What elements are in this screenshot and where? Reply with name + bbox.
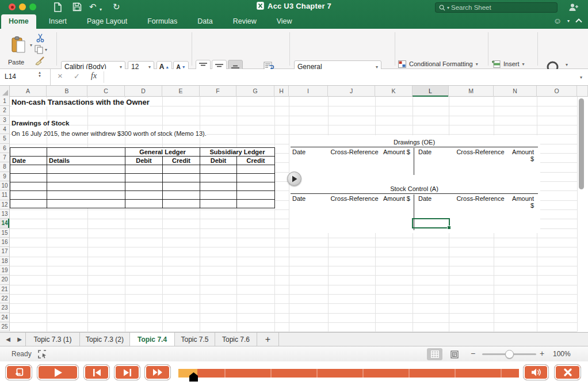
exit-button[interactable] [5, 364, 32, 380]
journal-cell[interactable] [200, 191, 237, 200]
row-header-16[interactable]: 16 [0, 238, 10, 247]
journal-cell[interactable] [10, 165, 47, 174]
journal-cell[interactable] [237, 174, 275, 182]
row-header-11[interactable]: 11 [0, 190, 10, 200]
search-scope-dropdown-icon[interactable]: ▾ [447, 5, 449, 10]
journal-cell[interactable] [200, 182, 237, 191]
row-header-9[interactable]: 9 [0, 172, 10, 181]
row-header-14[interactable]: 14 [0, 219, 10, 228]
paste-dropdown-icon[interactable]: ▾ [30, 43, 32, 48]
row-header-19[interactable]: 19 [0, 266, 10, 275]
insert-cells-button[interactable]: Insert ▾ [492, 59, 525, 68]
conditional-formatting-button[interactable]: Conditional Formatting ▾ [398, 59, 478, 68]
vertical-scrollbar-thumb[interactable] [579, 98, 584, 189]
next-button[interactable] [114, 364, 140, 380]
cancel-entry-button[interactable]: × [58, 71, 63, 81]
zoom-slider-thumb[interactable] [505, 350, 514, 359]
embedded-play-button[interactable] [287, 171, 301, 186]
zoom-slider-track[interactable] [482, 353, 536, 355]
journal-cell[interactable] [200, 174, 237, 182]
play-button[interactable] [37, 364, 79, 380]
column-header-H[interactable]: H [274, 86, 289, 97]
journal-cell[interactable] [125, 200, 163, 208]
ribbon-tab-home[interactable]: Home [1, 14, 36, 29]
row-header-5[interactable]: 5 [0, 134, 10, 143]
row-header-22[interactable]: 22 [0, 294, 10, 303]
column-header-J[interactable]: J [328, 86, 375, 97]
journal-cell[interactable] [237, 182, 275, 191]
volume-button[interactable] [523, 364, 549, 380]
sheet-tab-topic-7-5[interactable]: Topic 7.5 [175, 333, 215, 346]
row-header-6[interactable]: 6 [0, 144, 10, 153]
row-header-15[interactable]: 15 [0, 228, 10, 238]
column-header-F[interactable]: F [200, 86, 236, 97]
column-header-C[interactable]: C [87, 86, 125, 97]
previous-sheets-button[interactable]: ◀ [2, 333, 14, 346]
name-box[interactable]: L14 ▲ ▼ [0, 69, 51, 85]
column-header-K[interactable]: K [375, 86, 413, 97]
selected-cell-L14[interactable] [412, 218, 450, 228]
previous-button[interactable] [83, 364, 110, 380]
ribbon-tab-review[interactable]: Review [226, 14, 264, 29]
ribbon-tab-formulas[interactable]: Formulas [140, 14, 185, 29]
next-sheets-button[interactable]: ▶ [14, 333, 25, 346]
zoom-in-button[interactable]: + [540, 349, 544, 358]
column-header-G[interactable]: G [236, 86, 274, 97]
row-header-18[interactable]: 18 [0, 257, 10, 266]
sheet-grid[interactable]: ABCDEFGHIJKLMNO 123456789101112131415161… [0, 86, 588, 332]
journal-cell[interactable] [47, 182, 125, 191]
column-header-I[interactable]: I [289, 86, 328, 97]
normal-view-button[interactable] [427, 348, 442, 360]
row-header-17[interactable]: 17 [0, 247, 10, 256]
journal-cell[interactable] [125, 165, 163, 174]
journal-cell[interactable] [200, 200, 237, 208]
share-button[interactable] [568, 3, 579, 12]
row-header-7[interactable]: 7 [0, 153, 10, 162]
column-header-N[interactable]: N [494, 86, 537, 97]
column-header-E[interactable]: E [162, 86, 200, 97]
row-header-23[interactable]: 23 [0, 303, 10, 312]
search-input[interactable] [451, 4, 537, 11]
row-header-2[interactable]: 2 [0, 106, 10, 115]
journal-cell[interactable] [163, 200, 200, 208]
zoom-out-button[interactable]: − [471, 349, 475, 358]
column-header-B[interactable]: B [47, 86, 87, 97]
insert-function-button[interactable]: fx [91, 71, 97, 81]
journal-cell[interactable] [163, 182, 200, 191]
row-header-24[interactable]: 24 [0, 313, 10, 322]
row-header-10[interactable]: 10 [0, 181, 10, 190]
page-layout-view-button[interactable] [446, 348, 462, 360]
name-box-spinner[interactable]: ▲ ▼ [38, 71, 41, 78]
row-header-13[interactable]: 13 [0, 209, 10, 219]
collapse-ribbon-button[interactable] [575, 18, 582, 23]
journal-cell[interactable] [10, 200, 47, 208]
ribbon-tab-view[interactable]: View [269, 14, 300, 29]
column-header-D[interactable]: D [125, 86, 162, 97]
journal-cell[interactable] [125, 174, 163, 182]
sheet-tab-topic-7-3-1[interactable]: Topic 7.3 (1) [25, 333, 80, 346]
journal-cell[interactable] [10, 174, 47, 182]
journal-cell[interactable] [163, 174, 200, 182]
column-header-A[interactable]: A [10, 86, 47, 97]
journal-cell[interactable] [237, 165, 275, 174]
column-header-O[interactable]: O [537, 86, 577, 97]
journal-cell[interactable] [125, 191, 163, 200]
journal-cell[interactable] [47, 165, 125, 174]
search-sheet-box[interactable]: ▾ [435, 2, 558, 13]
journal-cell[interactable] [47, 174, 125, 182]
column-header-M[interactable]: M [449, 86, 494, 97]
journal-cell[interactable] [237, 200, 275, 208]
journal-cell[interactable] [237, 191, 275, 200]
row-header-20[interactable]: 20 [0, 275, 10, 284]
feedback-dropdown-icon[interactable]: ▾ [567, 18, 570, 24]
progress-bar[interactable] [178, 369, 519, 378]
copy-dropdown-icon[interactable]: ▾ [45, 47, 47, 52]
cut-button[interactable] [36, 33, 45, 43]
sheet-tab-topic-7-6[interactable]: Topic 7.6 [215, 333, 257, 346]
row-header-1[interactable]: 1 [0, 97, 10, 106]
format-painter-button[interactable] [35, 56, 45, 66]
copy-button[interactable] [35, 45, 43, 54]
add-sheet-button[interactable]: + [257, 333, 279, 346]
journal-cell[interactable] [163, 191, 200, 200]
row-header-12[interactable]: 12 [0, 200, 10, 209]
